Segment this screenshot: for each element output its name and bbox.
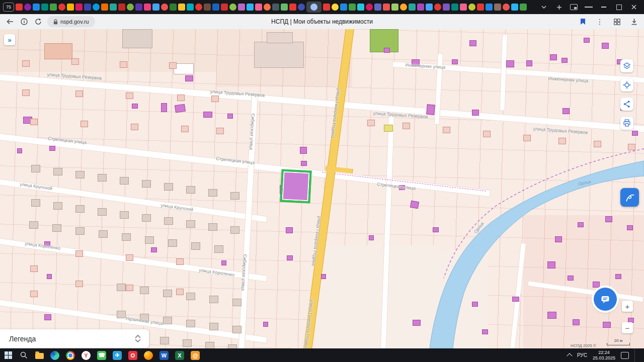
browser-tab[interactable] xyxy=(468,4,475,11)
address-bar[interactable]: nspd.gov.ru xyxy=(47,16,95,27)
selected-parcel[interactable] xyxy=(280,169,311,203)
browser-tab[interactable] xyxy=(118,4,125,11)
browser-tab[interactable] xyxy=(110,4,117,11)
browser-tab[interactable] xyxy=(127,4,134,11)
print-button[interactable] xyxy=(620,117,633,130)
site-info-icon[interactable] xyxy=(19,17,29,27)
browser-tab[interactable] xyxy=(281,4,288,11)
browser-tab[interactable] xyxy=(75,4,83,11)
taskbar-app-yandex-browser[interactable]: Y xyxy=(80,350,92,361)
browser-tab[interactable] xyxy=(212,4,219,11)
collections-icon[interactable] xyxy=(612,17,622,27)
browser-tab[interactable] xyxy=(366,4,373,11)
reload-icon[interactable] xyxy=(33,17,43,27)
taskbar-app-opera[interactable]: O xyxy=(127,350,138,361)
zoom-out-button[interactable]: − xyxy=(622,322,633,333)
browser-tab[interactable] xyxy=(349,4,356,11)
show-desktop-button[interactable] xyxy=(634,348,636,362)
taskbar-app-firefox[interactable] xyxy=(143,350,154,361)
download-icon[interactable] xyxy=(629,17,639,27)
browser-tab[interactable] xyxy=(340,4,347,11)
browser-tab[interactable] xyxy=(152,4,159,11)
taskbar-clock[interactable]: 22:24 25.03.2025 xyxy=(593,350,615,361)
browser-tab[interactable] xyxy=(434,4,441,11)
taskbar-app-telegram[interactable]: ✈ xyxy=(112,350,123,361)
browser-tab[interactable] xyxy=(400,4,407,11)
browser-tab[interactable] xyxy=(477,4,484,11)
tab-counter[interactable]: 75 xyxy=(3,3,14,12)
taskbar-app-excel[interactable]: X xyxy=(174,350,185,361)
back-icon[interactable] xyxy=(5,17,15,27)
browser-tab[interactable] xyxy=(67,4,74,11)
browser-tab[interactable] xyxy=(255,4,262,11)
browser-tab[interactable] xyxy=(93,4,100,11)
language-indicator[interactable]: РУС xyxy=(577,352,587,358)
new-tab-button[interactable] xyxy=(555,3,563,11)
taskbar-app-file-explorer[interactable] xyxy=(34,350,45,361)
browser-tab[interactable] xyxy=(374,4,381,11)
browser-tab[interactable] xyxy=(511,4,518,11)
close-button[interactable] xyxy=(630,3,638,11)
browser-tab[interactable] xyxy=(178,4,185,11)
browser-tab[interactable] xyxy=(486,4,493,11)
browser-tab[interactable] xyxy=(383,4,390,11)
browser-tab[interactable] xyxy=(58,4,65,11)
tab-list-chevron-icon[interactable] xyxy=(540,3,548,11)
bookmark-icon[interactable] xyxy=(578,17,588,27)
browser-tab[interactable] xyxy=(409,4,416,11)
browser-tab[interactable] xyxy=(221,4,228,11)
browser-tab[interactable] xyxy=(417,4,424,11)
browser-tab[interactable] xyxy=(135,4,142,11)
start-button[interactable] xyxy=(3,350,14,361)
browser-tab[interactable] xyxy=(161,4,168,11)
browser-tab[interactable] xyxy=(195,4,202,11)
taskbar-app-word[interactable]: W xyxy=(158,350,170,361)
locate-button[interactable] xyxy=(620,78,633,92)
browser-tab[interactable] xyxy=(503,4,510,11)
browser-tab[interactable] xyxy=(238,4,245,11)
browser-tab[interactable] xyxy=(50,4,57,11)
browser-tab[interactable] xyxy=(204,4,211,11)
browser-tab[interactable] xyxy=(84,4,91,11)
sidebar-expand-button[interactable]: » xyxy=(4,34,15,45)
feedback-button[interactable] xyxy=(620,188,639,207)
browser-tab[interactable] xyxy=(229,4,236,11)
picture-in-picture-icon[interactable] xyxy=(570,4,578,10)
browser-tab[interactable] xyxy=(170,4,177,11)
browser-tab[interactable] xyxy=(494,4,501,11)
browser-tab[interactable] xyxy=(101,4,108,11)
taskbar-app-whatsapp[interactable]: ☎ xyxy=(96,350,107,361)
browser-tab[interactable] xyxy=(451,4,458,11)
search-button[interactable] xyxy=(18,350,29,361)
browser-tab[interactable] xyxy=(247,4,254,11)
share-button[interactable] xyxy=(620,98,633,111)
browser-tab[interactable] xyxy=(357,4,364,11)
browser-tab[interactable] xyxy=(332,4,339,11)
legend-toggle[interactable] xyxy=(135,335,141,342)
browser-tab[interactable] xyxy=(33,4,40,11)
maximize-button[interactable] xyxy=(615,3,623,11)
browser-tab[interactable] xyxy=(426,4,433,11)
browser-tab[interactable] xyxy=(24,4,31,11)
browser-menu-icon[interactable] xyxy=(585,3,593,11)
taskbar-app-chrome[interactable] xyxy=(65,350,76,361)
browser-tab[interactable] xyxy=(272,4,279,11)
browser-tab[interactable] xyxy=(520,4,527,11)
assistant-chat-button[interactable] xyxy=(594,288,617,311)
taskbar-app-edge[interactable] xyxy=(49,350,60,361)
taskbar-app-mail[interactable]: @ xyxy=(190,350,201,361)
browser-tab[interactable] xyxy=(41,4,48,11)
browser-tab[interactable] xyxy=(264,4,271,11)
browser-tab[interactable] xyxy=(144,4,151,11)
kebab-menu-icon[interactable]: ⋮ xyxy=(595,17,605,27)
browser-tab[interactable] xyxy=(16,4,23,11)
map-canvas[interactable]: улица Трудовых Резервов улица Трудовых Р… xyxy=(0,29,644,348)
minimize-button[interactable] xyxy=(600,3,608,11)
layers-button[interactable] xyxy=(620,59,633,72)
action-center-icon[interactable] xyxy=(621,352,629,359)
browser-tab[interactable] xyxy=(443,4,450,11)
active-tab[interactable] xyxy=(306,2,321,13)
browser-tab[interactable] xyxy=(323,4,330,11)
browser-tab[interactable] xyxy=(460,4,467,11)
browser-tab[interactable] xyxy=(187,4,194,11)
